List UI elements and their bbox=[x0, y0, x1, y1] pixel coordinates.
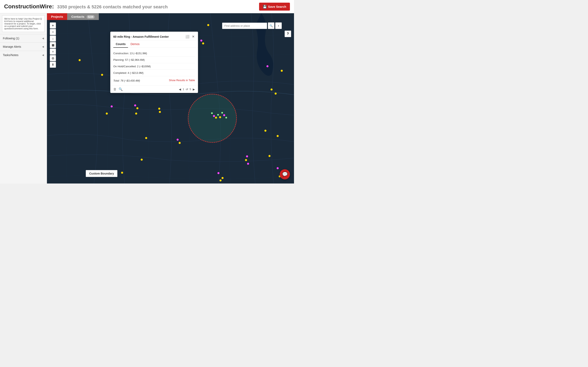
popup-nav-prev[interactable]: ◀ bbox=[179, 88, 181, 91]
magnify-icon: 🔍 bbox=[119, 87, 123, 91]
help-box: We're here to help! Use this Project Q &… bbox=[2, 15, 45, 32]
popup-tab-counts[interactable]: Counts bbox=[113, 41, 128, 48]
alerts-arrow: ◀ bbox=[42, 45, 44, 48]
show-results-link[interactable]: Show Results in Table bbox=[169, 79, 195, 82]
sidebar-section-tasks[interactable]: Tasks/Notes ◀ bbox=[0, 51, 47, 59]
popup-total: Total: 76 (~$3,430.4M) bbox=[113, 77, 140, 83]
close-icon: ✕ bbox=[192, 35, 195, 38]
zoom-out-button[interactable]: − bbox=[50, 29, 56, 35]
arrow-right-icon: › bbox=[278, 24, 279, 27]
chat-icon: 💬 bbox=[282, 172, 288, 177]
popup-footer-nav: ◀ 1 of 5 ▶ bbox=[179, 88, 195, 91]
sidebar-section-following[interactable]: Following (1) ◀ bbox=[0, 34, 47, 42]
popup-tabs: Counts Demos bbox=[111, 41, 198, 48]
popup-nav-total: 5 bbox=[190, 88, 191, 91]
main-layout: We're here to help! Use this Project Q &… bbox=[0, 13, 294, 184]
popup-title: 60 mile Ring - Amazon Fulfillment Center bbox=[113, 35, 169, 38]
sidebar-section-alerts[interactable]: Manage Alerts ◀ bbox=[0, 42, 47, 51]
popup-nav-of: of bbox=[186, 88, 188, 91]
popup-row-planning: Planning: 57 (~$2,964.6M) bbox=[113, 57, 195, 63]
popup-expand-button[interactable]: ⬜ bbox=[185, 34, 190, 39]
popup-search-button[interactable]: 🔍 bbox=[119, 87, 123, 91]
home-button[interactable]: ⌂ bbox=[50, 35, 56, 42]
tab-projects[interactable]: Projects bbox=[47, 13, 67, 20]
header: ConstructionWire: 3350 projects & 5226 c… bbox=[0, 0, 294, 13]
map-container: Projects Contacts 5226 + − ⌂ ▦ ≡ ◎ ⬇ 🔍 › bbox=[47, 13, 294, 184]
popup-header: 60 mile Ring - Amazon Fulfillment Center… bbox=[111, 32, 198, 41]
popup-row-construction: Construction: 13 (~$151.9M) bbox=[113, 50, 195, 57]
following-arrow: ◀ bbox=[42, 37, 44, 40]
compass-button[interactable]: ◎ bbox=[50, 55, 56, 61]
zoom-in-button[interactable]: + bbox=[50, 22, 56, 29]
save-search-button[interactable]: 💾 Save Search bbox=[259, 3, 290, 11]
chat-button[interactable]: 💬 bbox=[280, 169, 290, 179]
popup-tab-demos[interactable]: Demos bbox=[128, 41, 142, 48]
list-button[interactable]: ≡ bbox=[50, 49, 56, 55]
popup-row-completed: Completed: 4 (~$213.9M) bbox=[113, 70, 195, 76]
tab-contacts[interactable]: Contacts 5226 bbox=[67, 13, 99, 20]
map-tabs: Projects Contacts 5226 bbox=[47, 13, 99, 20]
popup-nav-next[interactable]: ▶ bbox=[193, 88, 195, 91]
map-help-button[interactable]: ? bbox=[285, 31, 291, 37]
qr-button[interactable]: ▦ bbox=[50, 42, 56, 48]
map-search-input[interactable] bbox=[222, 23, 267, 29]
tasks-arrow: ◀ bbox=[42, 54, 44, 57]
popup-nav-current: 1 bbox=[183, 88, 184, 91]
popup-footer: 🗑 🔍 ◀ 1 of 5 ▶ bbox=[111, 85, 198, 93]
sidebar: We're here to help! Use this Project Q &… bbox=[0, 13, 47, 184]
download-button[interactable]: ⬇ bbox=[50, 62, 56, 68]
map-expand-button[interactable]: › bbox=[275, 22, 282, 29]
map-search-button[interactable]: 🔍 bbox=[268, 22, 274, 29]
brand-title: ConstructionWire: 3350 projects & 5226 c… bbox=[4, 3, 168, 10]
popup-header-icons: ⬜ ✕ bbox=[185, 34, 195, 39]
contacts-badge: 5226 bbox=[86, 15, 95, 19]
expand-icon: ⬜ bbox=[185, 35, 190, 38]
popup-body: Construction: 13 (~$151.9M) Planning: 57… bbox=[111, 48, 198, 85]
popup-card: 60 mile Ring - Amazon Fulfillment Center… bbox=[110, 32, 198, 93]
map-controls: + − ⌂ ▦ ≡ ◎ ⬇ bbox=[50, 22, 56, 68]
search-icon: 🔍 bbox=[269, 24, 273, 27]
save-icon: 💾 bbox=[263, 5, 267, 8]
popup-row-onhold: On Hold/Cancelled: 2 (~$100M) bbox=[113, 63, 195, 70]
delete-icon: 🗑 bbox=[113, 87, 117, 91]
custom-boundary-label[interactable]: Custom Boundary bbox=[86, 170, 117, 177]
map-search-bar: 🔍 › bbox=[222, 22, 282, 29]
popup-close-button[interactable]: ✕ bbox=[191, 34, 195, 39]
help-icon: ? bbox=[287, 32, 289, 36]
popup-delete-button[interactable]: 🗑 bbox=[113, 87, 117, 91]
